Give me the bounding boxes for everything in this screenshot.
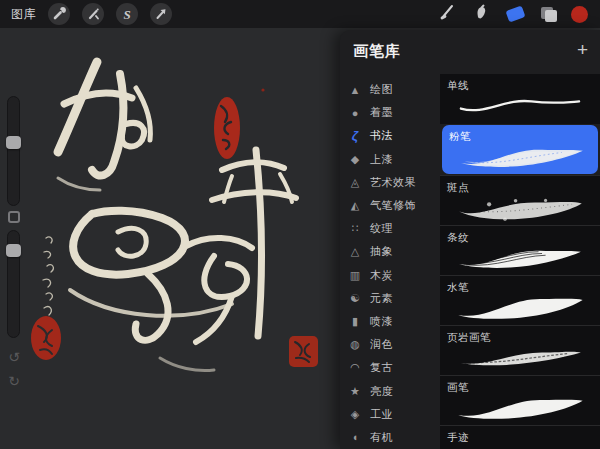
spray-can-icon: ▮: [340, 315, 370, 328]
brush-stroke-preview: [448, 342, 592, 372]
category-spraypaints[interactable]: ▮喷漆: [340, 310, 440, 333]
red-seal-top: [214, 97, 240, 159]
brush-shale[interactable]: 页岩画笔: [440, 325, 600, 375]
brush-icon: [438, 3, 456, 25]
transform-button[interactable]: [150, 3, 172, 25]
brush-category-list: ▲绘图 ●着墨 ζ书法 ◆上漆 ◬艺术效果 ◭气笔修饰 ∷纹理 △抽象 ▥木炭 …: [340, 78, 440, 449]
erase-tool-button[interactable]: [498, 8, 532, 20]
paint-tool-button[interactable]: [430, 3, 464, 25]
artist-signature: [43, 237, 53, 315]
category-abstract[interactable]: △抽象: [340, 240, 440, 263]
category-calligraphy[interactable]: ζ书法: [340, 124, 440, 147]
transform-arrow-icon: [154, 7, 168, 21]
brush-tip-icon: ▲: [340, 84, 370, 96]
texture-dots-icon: ∷: [340, 222, 370, 235]
selection-button[interactable]: S: [116, 3, 138, 25]
artistic-brush-icon: ◬: [340, 176, 370, 189]
adjustments-button[interactable]: [82, 3, 104, 25]
gallery-button[interactable]: 图库: [11, 6, 36, 23]
category-textures[interactable]: ∷纹理: [340, 217, 440, 240]
category-charcoal[interactable]: ▥木炭: [340, 264, 440, 287]
panel-title: 画笔库: [353, 42, 401, 61]
calligraphy-flourish-icon: ζ: [340, 128, 370, 143]
modify-button[interactable]: [8, 211, 20, 223]
calligraphy-artwork: [0, 28, 340, 449]
add-brush-button[interactable]: +: [577, 39, 588, 61]
selection-s-icon: S: [123, 8, 130, 21]
top-toolbar: 图库 S: [0, 0, 600, 28]
brush-list: 单线 粉笔 斑点 条纹: [440, 74, 600, 449]
layers-icon: [541, 7, 557, 22]
wrench-icon: [52, 7, 66, 21]
brush-water-pen[interactable]: 水笔: [440, 275, 600, 325]
brush-chalk[interactable]: 粉笔: [442, 125, 598, 174]
brush-brush[interactable]: 画笔: [440, 375, 600, 425]
triangle-icon: △: [340, 245, 370, 258]
brush-stroke-preview: [448, 392, 592, 422]
leaf-icon: ◖: [340, 431, 370, 443]
category-retouching[interactable]: ◍润色: [340, 333, 440, 356]
charcoal-sticks-icon: ▥: [340, 269, 370, 282]
sparkle-icon: ★: [340, 385, 370, 398]
canvas[interactable]: [0, 28, 340, 449]
brush-stroke-preview: [448, 292, 592, 322]
category-painting[interactable]: ◆上漆: [340, 148, 440, 171]
redo-button[interactable]: ↻: [5, 372, 23, 390]
brush-opacity-handle[interactable]: [6, 244, 21, 257]
magic-wand-icon: [86, 7, 100, 21]
anvil-icon: ◈: [340, 408, 370, 421]
panel-header: 画笔库 +: [340, 30, 600, 70]
paint-drop-icon: ◆: [340, 153, 370, 166]
brush-stroke-preview: [448, 242, 592, 272]
brush-stroke-preview: [448, 192, 592, 222]
yin-yang-icon: ☯: [340, 292, 370, 305]
rainbow-icon: ◠: [340, 361, 370, 374]
red-seal-left: [31, 316, 61, 360]
color-button[interactable]: [566, 6, 600, 23]
category-inking[interactable]: ●着墨: [340, 101, 440, 124]
brush-size-handle[interactable]: [6, 136, 21, 149]
color-swatch-icon: [571, 6, 588, 23]
ink-drop-icon: ●: [340, 107, 370, 119]
category-industrial[interactable]: ◈工业: [340, 403, 440, 426]
category-vintage[interactable]: ◠复古: [340, 356, 440, 379]
undo-button[interactable]: ↺: [5, 348, 23, 366]
smudge-tool-button[interactable]: [464, 3, 498, 25]
brush-blotchy[interactable]: 斑点: [440, 175, 600, 225]
brush-size-slider[interactable]: [7, 96, 20, 206]
category-drawing[interactable]: ▲绘图: [340, 78, 440, 101]
category-luminance[interactable]: ★亮度: [340, 379, 440, 402]
category-organic[interactable]: ◖有机: [340, 426, 440, 449]
brush-monoline[interactable]: 单线: [440, 74, 600, 124]
painting-tools: [430, 0, 600, 28]
airbrush-icon: ◭: [340, 199, 370, 212]
red-seal-right: [289, 336, 318, 367]
brush-library-panel: 画笔库 + ▲绘图 ●着墨 ζ书法 ◆上漆 ◬艺术效果 ◭气笔修饰 ∷纹理 △抽…: [340, 30, 600, 449]
lightbulb-icon: ◍: [340, 338, 370, 351]
category-airbrushing[interactable]: ◭气笔修饰: [340, 194, 440, 217]
brush-script[interactable]: 手迹: [440, 425, 600, 449]
category-elements[interactable]: ☯元素: [340, 287, 440, 310]
category-artistic[interactable]: ◬艺术效果: [340, 171, 440, 194]
brush-stroke-preview: [450, 141, 594, 171]
actions-button[interactable]: [48, 3, 70, 25]
eraser-icon: [505, 5, 525, 22]
brush-stroke-preview: [448, 90, 592, 120]
layers-button[interactable]: [532, 7, 566, 22]
brush-streaks[interactable]: 条纹: [440, 225, 600, 275]
smudge-finger-icon: [472, 3, 490, 25]
